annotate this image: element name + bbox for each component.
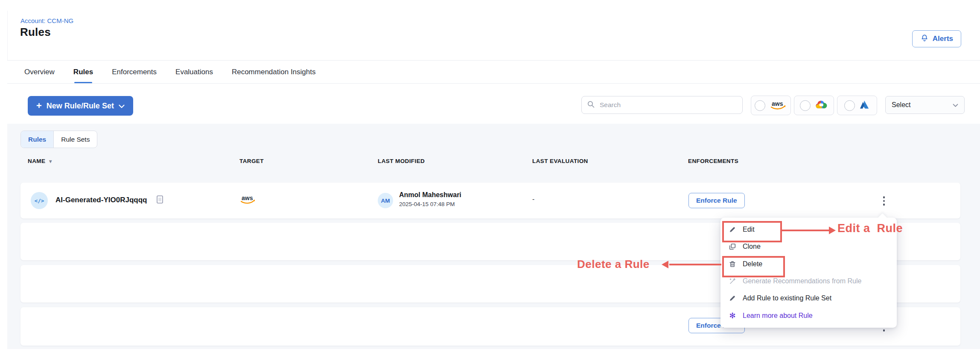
column-header-target: TARGET <box>239 158 264 164</box>
select-value: Select <box>892 101 910 109</box>
radio-icon <box>844 100 855 111</box>
aws-logo-text: aws <box>772 100 783 107</box>
alerts-label: Alerts <box>933 35 953 43</box>
radio-icon <box>800 100 811 111</box>
plus-icon: + <box>36 101 42 111</box>
breadcrumb-account-link[interactable]: Account: CCM-NG <box>20 17 73 24</box>
new-rule-label: New Rule/Rule Set <box>47 102 114 111</box>
azure-logo-icon <box>859 99 870 111</box>
annotation-arrow-edit <box>782 230 830 231</box>
new-rule-button[interactable]: + New Rule/Rule Set <box>28 96 133 116</box>
menu-item-learn-more[interactable]: ✻ Learn more about Rule <box>720 307 897 324</box>
clone-icon <box>728 243 737 250</box>
annotation-arrowhead-delete <box>662 261 668 268</box>
search-input[interactable] <box>599 101 737 109</box>
last-evaluation-value: - <box>532 195 534 203</box>
annotation-label-delete: Delete a Rule <box>577 258 650 271</box>
rule-avatar: </> <box>31 192 48 209</box>
toggle-rule-sets[interactable]: Rule Sets <box>54 131 97 148</box>
tab-enforcements[interactable]: Enforcements <box>112 61 157 83</box>
alerts-button[interactable]: Alerts <box>912 30 961 47</box>
chevron-down-icon <box>119 102 125 111</box>
search-box <box>581 96 743 114</box>
svg-text:aws: aws <box>242 195 253 201</box>
chevron-down-icon <box>953 101 958 109</box>
user-avatar: AM <box>378 193 393 208</box>
annotation-box-edit <box>722 221 782 242</box>
toolbar: + New Rule/Rule Set aws <box>7 84 980 124</box>
bell-icon <box>920 34 929 44</box>
annotation-label-edit: Edit a Rule <box>837 222 903 235</box>
tabs-bar: Overview Rules Enforcements Evaluations … <box>7 60 980 84</box>
rule-name[interactable]: AI-Generated-YIO0RJqqqq <box>55 196 147 204</box>
select-dropdown[interactable]: Select <box>885 96 965 114</box>
column-header-enforcements: ENFORCEMENTS <box>688 158 738 164</box>
modified-by: Anmol Maheshwari <box>399 191 461 199</box>
enforce-rule-button[interactable]: Enforce Rule <box>688 193 745 208</box>
rules-page: Account: CCM-NG Rules Alerts Overview Ru… <box>0 0 980 355</box>
ai-flower-icon: ✻ <box>728 312 737 320</box>
annotation-arrow-delete <box>669 264 721 265</box>
aws-logo-icon: aws <box>769 100 787 111</box>
radio-icon <box>755 100 765 111</box>
gcp-logo-icon <box>814 99 828 112</box>
toggle-rules[interactable]: Rules <box>21 131 54 148</box>
table-row[interactable]: </> AI-Generated-YIO0RJqqqq aws AM Anmol… <box>20 183 960 218</box>
tab-rules[interactable]: Rules <box>73 61 93 83</box>
column-header-last-evaluation: LAST EVALUATION <box>532 158 588 164</box>
menu-item-add-to-rule-set[interactable]: Add Rule to existing Rule Set <box>720 290 897 307</box>
code-icon: </> <box>35 198 44 204</box>
provider-filter-gcp[interactable] <box>794 96 834 115</box>
annotation-box-delete <box>722 256 785 277</box>
provider-filter-aws[interactable]: aws <box>751 96 791 115</box>
annotation-arrowhead-edit <box>829 227 836 234</box>
copy-document-icon[interactable] <box>156 195 164 206</box>
page-title: Rules <box>20 26 51 39</box>
column-header-last-modified: LAST MODIFIED <box>378 158 425 164</box>
view-toggle: Rules Rule Sets <box>20 131 97 148</box>
search-icon <box>587 100 595 110</box>
modified-date: 2025-04-15 07:48 PM <box>399 201 455 207</box>
target-aws-logo-icon: aws <box>239 194 257 207</box>
sparkles-icon <box>728 277 737 285</box>
provider-filter-azure[interactable] <box>837 96 877 115</box>
column-header-name[interactable]: NAME ▾ <box>28 158 52 164</box>
tab-recommendation-insights[interactable]: Recommendation Insights <box>232 61 316 83</box>
pencil-icon <box>728 294 737 302</box>
row-menu-kebab-icon[interactable] <box>880 194 888 208</box>
tab-overview[interactable]: Overview <box>24 61 55 83</box>
tab-evaluations[interactable]: Evaluations <box>175 61 213 83</box>
sort-down-icon: ▾ <box>49 158 52 164</box>
